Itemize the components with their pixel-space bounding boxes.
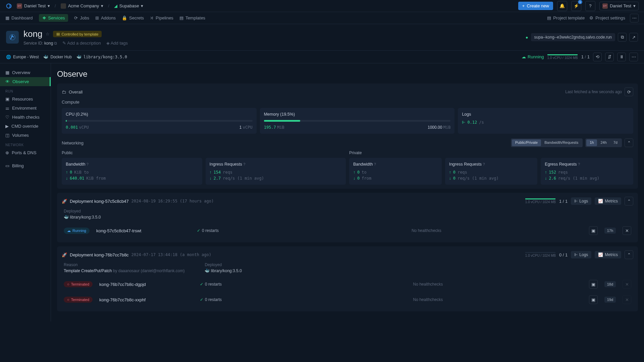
deployment-resource-bar: 1.0 vCPU / 1024 MB [525,252,556,257]
template-icon: ▤ [56,32,60,36]
terminal-icon: ▶ [5,124,9,129]
sidebar-item-billing[interactable]: ▭Billing [0,161,51,170]
copy-icon[interactable]: ⧉ [54,41,57,46]
deployment-replicas: 1 / 1 [559,199,568,204]
more-button[interactable]: ⋯ [630,14,639,22]
metrics-button[interactable]: 📈Metrics [595,251,621,258]
crumb-company[interactable]: Acme Company▾ [61,3,103,9]
crumb-org[interactable]: DTDaniel Test▾ [17,3,50,9]
restart-icon: ⟲ [596,54,599,59]
help-icon[interactable]: ? [374,162,376,166]
eye-icon: 👁 [5,79,10,84]
collapse-button[interactable]: ⌃ [625,197,633,205]
more-actions-button[interactable]: ⋯ [629,53,638,61]
upload-icon: ↑ [449,170,451,175]
copy-host-button[interactable]: ⧉ [618,33,627,42]
chart-icon: 📈 [598,199,603,203]
navbar: ▦Dashboard ❖Services ⟳Jobs ⊞Addons 🔒Secr… [0,12,644,24]
logs-button[interactable]: ⊩Logs [571,197,591,205]
tab-dashboard[interactable]: ▦Dashboard [5,14,33,22]
help-icon[interactable]: ? [483,162,485,166]
collapse-button[interactable]: ⌃ [625,250,633,259]
private-bandwidth-card: Bandwidth ? ↑0to ↓0from [349,158,442,185]
logs-button[interactable]: ⊩Logs [571,251,591,258]
sidebar-item-environment[interactable]: ⚌Environment [0,104,51,113]
tab-services[interactable]: ❖Services [39,14,68,22]
sidebar-item-resources[interactable]: ▣Resources [0,95,51,104]
scale-button[interactable]: ⇵ [605,53,614,61]
pod-terminal-button[interactable]: ▣ [589,295,598,304]
chip-icon: ▣ [5,97,9,102]
add-tags[interactable]: ◈ Add tags [106,41,128,46]
tab-jobs[interactable]: ⟳Jobs [74,14,89,22]
pod-delete-button[interactable]: ✕ [623,226,631,235]
supabase-icon: ◢ [114,3,117,8]
app-logo[interactable] [5,2,13,10]
pod-status: ○Terminated [64,281,93,287]
shield-icon: ● [526,35,528,40]
create-new-button[interactable]: +Create new [518,2,553,10]
terminal-icon: ▣ [591,228,595,233]
tab-addons[interactable]: ⊞Addons [95,14,116,22]
disk-icon: ◫ [5,133,9,138]
open-host-button[interactable]: ↗ [629,33,638,42]
run-icon: ⟳ [74,15,78,20]
help-icon[interactable]: ? [87,162,89,166]
circle-icon: ○ [67,282,69,286]
crumb-project[interactable]: ◢Supabase▾ [114,3,144,8]
sidebar-header-run: RUN [0,86,51,95]
collapse-networking-button[interactable]: ⌃ [625,138,633,147]
resource-bar: 1.0 vCPU / 1024 MB [547,54,578,60]
time-range-toggle[interactable]: 1h24h7d [585,138,622,147]
project-settings-link[interactable]: ⚙Project settings [589,15,625,20]
sidebar-item-volumes[interactable]: ◫Volumes [0,131,51,140]
service-host[interactable]: supa--kong--e3wwkc2gndsq.salvo.code.run [531,33,615,41]
metrics-button[interactable]: 📈Metrics [595,197,621,205]
upload-icon: ↑ [66,170,68,175]
view-mode-toggle[interactable]: Public/PrivateBandwidth/Requests [511,138,583,147]
edit-icon: ✎ [62,41,66,46]
sidebar-item-ports[interactable]: ⊕Ports & DNS [0,148,51,157]
bell-icon: 🔔 [559,3,565,8]
star-icon[interactable]: ☆ [46,32,50,37]
docker-icon: 🐳 [205,268,210,273]
tab-pipelines[interactable]: ⤭Pipelines [150,14,173,22]
project-template-link[interactable]: ▤Project template [547,15,585,20]
notifications-button[interactable]: 🔔 [557,1,567,11]
refresh-button[interactable]: ⟳ [625,87,633,96]
check-icon: ✓ [200,282,203,287]
pod-terminal-button[interactable]: ▣ [589,226,598,235]
sidebar-item-overview[interactable]: ▦Overview [0,68,51,77]
pod-terminal-button[interactable]: ▣ [589,280,598,289]
upload-icon: ↑ [210,170,212,175]
replica-count: 1 / 1 [581,54,590,59]
pause-button[interactable]: ⏸ [617,53,626,61]
public-bandwidth-card: Bandwidth ? ↑0KiB to ↓640.01KiB from [62,158,202,185]
chevron-down-icon: ▾ [141,3,143,8]
add-description[interactable]: ✎ Add a description [62,41,101,46]
last-fetched: Last fetched a few seconds ago [565,89,622,94]
help-button[interactable]: ? [585,1,595,11]
activity-button[interactable]: ⚡1 [571,1,581,11]
cpu-card: CPU (0.2%) 0.001 vCPU 1 vCPU [62,108,257,134]
help-icon[interactable]: ? [578,162,580,166]
service-infobar: 🌐Europe - West 🐳Docker Hub 🐳library/kong… [0,51,644,63]
deployment-panel: 🚀Deployment kong-57c5c8cb472024-08-19 16… [57,193,638,242]
sidebar-item-cmd[interactable]: ▶CMD override [0,122,51,131]
help-icon[interactable]: ? [243,162,245,166]
help-icon: ? [589,3,591,8]
tab-templates[interactable]: ▤Templates [179,14,205,22]
service-name: kong [23,29,42,39]
sidebar-item-health[interactable]: ♡Health checks [0,113,51,122]
tab-secrets[interactable]: 🔒Secrets [122,14,144,22]
restart-button[interactable]: ⟲ [593,53,602,61]
networking-section: Networking [62,140,84,145]
notif-count: 1 [578,0,582,4]
dots-icon: ⋯ [632,15,637,20]
sidebar-item-observe[interactable]: 👁Observe [0,77,51,86]
chevron-down-icon: ▾ [48,3,50,8]
user-menu[interactable]: DTDaniel Test▾ [599,2,639,10]
grid-icon: ▦ [5,15,9,20]
service-type-icon [6,31,19,44]
chevron-up-icon: ⌃ [627,199,631,204]
